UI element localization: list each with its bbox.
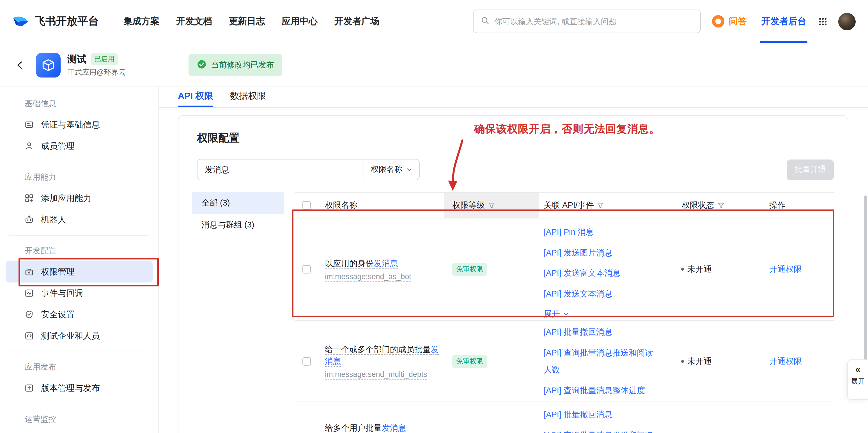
sidebar: 基础信息 凭证与基础信息 成员管理 应用能力 添加应用能力 机器人 开发配置 (0, 87, 159, 433)
add-capability-icon (25, 194, 34, 203)
status-text: 未开通 (687, 264, 712, 275)
table-header: 权限名称 权限等级 关联 API/事件 权限状态 (295, 193, 834, 218)
api-link[interactable]: [API] 查询批量消息整体进度 (544, 382, 645, 399)
sidebar-item-events[interactable]: 事件与回调 (6, 283, 153, 304)
filter-icon[interactable] (597, 202, 604, 209)
events-icon (25, 289, 34, 298)
permission-search-group: 权限名称 (197, 159, 420, 180)
row-checkbox[interactable] (303, 357, 311, 365)
user-avatar[interactable] (838, 12, 856, 30)
api-link[interactable]: [API] 批量撤回消息 (544, 323, 613, 341)
global-search[interactable] (473, 9, 701, 33)
column-header-action: 操作 (769, 193, 834, 218)
search-type-select[interactable]: 权限名称 (364, 160, 419, 180)
sidebar-item-label: 凭证与基础信息 (41, 119, 100, 130)
brand[interactable]: 飞书开放平台 (12, 12, 99, 31)
enable-permission-link[interactable]: 开通权限 (769, 356, 802, 367)
nav-developer-console[interactable]: 开发者后台 (760, 0, 807, 43)
permission-name[interactable]: 以应用的身份发消息 (325, 258, 398, 269)
search-type-label: 权限名称 (371, 165, 402, 175)
sidebar-item-bot[interactable]: 机器人 (6, 209, 153, 230)
api-link[interactable]: [API] 查询批量消息推送和阅读 (544, 427, 653, 433)
sidebar-item-credentials[interactable]: 凭证与基础信息 (6, 114, 153, 135)
nav-item-developer-plaza[interactable]: 开发者广场 (334, 0, 379, 43)
row-checkbox[interactable] (303, 265, 311, 273)
api-link[interactable]: [API] 查询批量消息推送和阅读人数 (544, 344, 658, 378)
security-icon (25, 310, 34, 319)
sidebar-item-label: 权限管理 (41, 266, 74, 277)
nav-item-docs[interactable]: 开发文档 (176, 0, 212, 43)
app-name: 测试 (67, 53, 86, 65)
sidebar-item-label: 安全设置 (41, 309, 74, 320)
permission-config-card: 权限配置 权限名称 批量开通 全部 (3) 消 (178, 115, 848, 433)
app-status-badge: 已启用 (91, 53, 118, 65)
permission-code: im:message:send_multi_depts (325, 370, 427, 378)
permissions-icon (25, 267, 34, 276)
sidebar-expand-button[interactable]: « 展开 (847, 359, 868, 400)
status-dot (681, 268, 684, 271)
sidebar-item-label: 机器人 (41, 214, 66, 225)
main-content: API 权限 数据权限 权限配置 权限名称 批量开通 (159, 87, 868, 433)
publish-status-banner: 当前修改均已发布 (188, 54, 282, 76)
expand-link[interactable]: 展开 (544, 306, 569, 323)
sidebar-divider (9, 162, 149, 162)
members-icon (25, 142, 34, 150)
sidebar-item-label: 成员管理 (41, 141, 74, 151)
sidebar-item-security[interactable]: 安全设置 (6, 304, 153, 325)
app-cube-icon (36, 53, 61, 77)
table-row: 给一个或多个部门的成员批量发消息 im:message:send_multi_d… (295, 320, 834, 402)
api-link[interactable]: [API] 发送富文本消息 (544, 264, 621, 282)
apps-grid-icon[interactable] (818, 17, 827, 26)
app-subtitle: 正式应用@环界云 (67, 67, 126, 77)
sidebar-divider (9, 404, 149, 404)
back-button[interactable] (12, 57, 28, 73)
sidebar-item-members[interactable]: 成员管理 (6, 135, 153, 157)
category-message-group[interactable]: 消息与群组 (3) (192, 214, 284, 236)
primary-nav: 集成方案 开发文档 更新日志 应用中心 开发者广场 (123, 0, 379, 43)
sidebar-item-label: 添加应用能力 (41, 193, 91, 204)
api-link[interactable]: [API] 批量撤回消息 (544, 406, 613, 424)
api-link[interactable]: [API] 发送文本消息 (544, 285, 613, 302)
vertical-scrollbar[interactable] (864, 196, 867, 386)
permission-search-input[interactable] (197, 160, 364, 180)
tab-data-permissions[interactable]: 数据权限 (230, 87, 266, 107)
sidebar-item-version[interactable]: 版本管理与发布 (6, 377, 153, 399)
double-chevron-left-icon: « (856, 365, 861, 375)
nav-item-changelog[interactable]: 更新日志 (229, 0, 265, 43)
sidebar-divider (9, 235, 149, 236)
feishu-logo-icon (12, 12, 29, 31)
filter-icon[interactable] (488, 202, 495, 209)
permission-name[interactable]: 给多个用户批量发消息 (325, 423, 406, 433)
app-header: 测试 已启用 正式应用@环界云 当前修改均已发布 (0, 43, 868, 87)
category-all[interactable]: 全部 (3) (192, 192, 284, 214)
sidebar-item-test-org[interactable]: 测试企业和人员 (6, 325, 153, 347)
table-row: 以应用的身份发消息 im:message:send_as_bot 免审权限 [A… (295, 218, 834, 320)
permission-tabs: API 权限 数据权限 (159, 87, 868, 108)
expander-label: 展开 (851, 377, 865, 386)
sidebar-section-monitoring: 运营监控 (0, 409, 158, 430)
credentials-icon (25, 120, 34, 129)
select-all-checkbox[interactable] (303, 201, 311, 209)
enable-permission-link[interactable]: 开通权限 (769, 264, 802, 275)
search-input[interactable] (494, 17, 693, 26)
level-badge: 免审权限 (452, 355, 487, 368)
batch-enable-button[interactable]: 批量开通 (787, 159, 834, 180)
top-navigation: 飞书开放平台 集成方案 开发文档 更新日志 应用中心 开发者广场 问答 开发者后… (0, 0, 868, 43)
qa-link[interactable]: 问答 (712, 15, 747, 28)
permission-name[interactable]: 给一个或多个部门的成员批量发消息 (325, 344, 440, 367)
nav-item-integrations[interactable]: 集成方案 (123, 0, 159, 43)
permission-code: im:message:send_as_bot (325, 272, 411, 281)
filter-icon[interactable] (718, 202, 724, 209)
sidebar-item-permissions[interactable]: 权限管理 (6, 261, 153, 283)
tab-api-permissions[interactable]: API 权限 (178, 87, 213, 107)
category-list: 全部 (3) 消息与群组 (3) (192, 192, 284, 433)
qa-icon (712, 15, 724, 28)
api-link[interactable]: [API] 发送图片消息 (544, 244, 613, 261)
nav-item-app-center[interactable]: 应用中心 (282, 0, 317, 43)
toolbar: 权限名称 批量开通 (192, 159, 834, 180)
status-dot (681, 360, 684, 363)
column-header-name: 权限名称 (317, 193, 444, 218)
api-link[interactable]: [API] Pin 消息 (544, 224, 594, 241)
chevron-down-icon (563, 311, 569, 317)
sidebar-item-add-capability[interactable]: 添加应用能力 (6, 187, 153, 209)
